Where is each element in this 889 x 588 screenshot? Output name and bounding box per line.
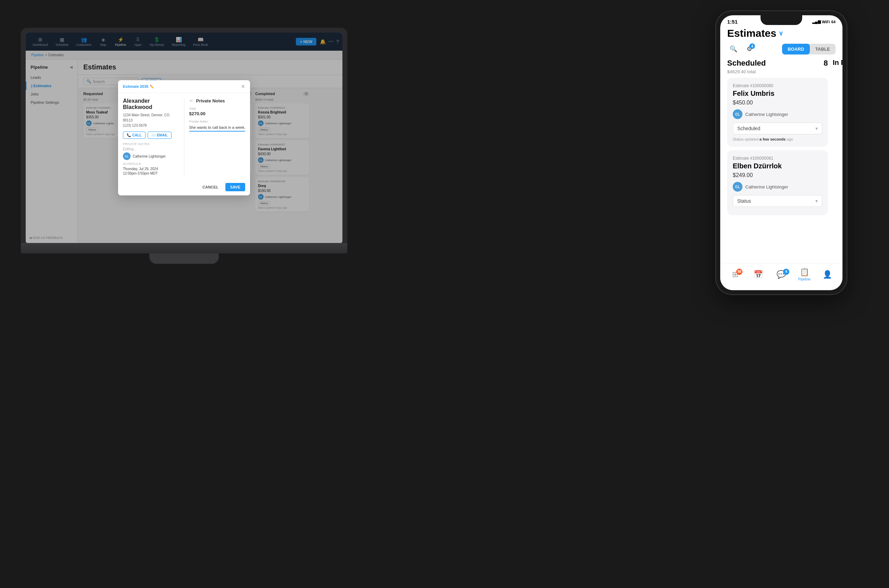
modal-save-button[interactable]: SAVE	[225, 183, 245, 191]
wifi-icon: WiFi	[822, 20, 830, 24]
modal-estimate-text: Estimate 2035	[123, 84, 148, 88]
phone-app-header: Estimates ∨	[720, 25, 842, 43]
phone-filter-button[interactable]: ⚙ 4	[743, 43, 755, 55]
modal-title-bar: Estimate 2035 ✏️ ✕	[118, 80, 250, 93]
modal-total-amount: $270.00	[189, 111, 246, 116]
phone-card-amount: $249.00	[733, 172, 822, 178]
modal-editing-status: Editing...	[123, 147, 179, 151]
back-arrow-icon[interactable]: ←	[189, 98, 194, 104]
email-label: EMAIL	[157, 133, 168, 137]
modal-schedule-date: Thursday, Jul 29, 2024	[123, 167, 179, 171]
modal-body: Alexander Blackwood 1234 Main Street, De…	[118, 93, 250, 180]
modal-note-label: Private Notes	[189, 120, 246, 123]
profile-icon: 👤	[823, 270, 832, 279]
modal-total-label: Total	[189, 107, 246, 110]
laptop-base	[21, 243, 347, 254]
pipeline-nav-icon: 📋	[800, 268, 809, 277]
modal-email-button[interactable]: ✉️ EMAIL	[147, 132, 171, 139]
phone-nav-item-messages[interactable]: 💬 4	[773, 270, 790, 279]
phone-status-chevron: ▾	[815, 126, 818, 131]
phone-nav-badge-messages: 4	[783, 268, 789, 275]
modal-action-buttons: 📞 CALL ✉️ EMAIL	[123, 132, 179, 139]
phone-card-num: Estimate #100000061	[733, 156, 822, 161]
modal-note-input[interactable]	[189, 124, 246, 132]
modal-schedule-time: 12:00pm-3:50pm MDT	[123, 171, 179, 175]
phone-board-toggle[interactable]: BOARD	[782, 44, 810, 54]
phone-nav-item-calendar[interactable]: 📅	[750, 270, 767, 279]
phone-nav-item-pipeline[interactable]: 📋 Pipeline	[796, 268, 813, 281]
modal-right-title: Private Notes	[196, 98, 225, 104]
laptop-stand	[149, 254, 219, 264]
estimate-modal: Estimate 2035 ✏️ ✕ Alexander Blackwood 1…	[118, 80, 250, 195]
modal-address: 1234 Main Street, Denver, CO 80113 (123)…	[123, 112, 179, 128]
phone-nav-badge-grid: 88	[736, 268, 742, 275]
modal-schedule-label: Schedule	[123, 162, 179, 166]
phone-kanban-board: Scheduled 8 $4629.40 total Estimate #100…	[720, 58, 842, 222]
phone-title-chevron[interactable]: ∨	[779, 30, 783, 37]
phone-card-assignee: Catherine Lightsinger	[745, 112, 788, 117]
phone-card-avatar: CL	[733, 182, 742, 192]
phone-card-name: Elben Dzürrlok	[733, 162, 822, 170]
modal-schedule-section: Schedule Thursday, Jul 29, 2024 12:00pm-…	[123, 162, 179, 175]
phone-col-header-scheduled: Scheduled 8	[727, 58, 828, 68]
modal-overlay[interactable]: Estimate 2035 ✏️ ✕ Alexander Blackwood 1…	[26, 33, 342, 243]
phone-toolbar: 🔍 ⚙ 4 BOARD TABLE	[720, 43, 842, 58]
phone-frame: 1:51 ▂▄▆ WiFi 64 Estimates ∨ 🔍	[715, 10, 847, 295]
phone-col-title-inprogress-partial: In P	[833, 58, 842, 67]
phone-card-num: Estimate #100000060	[733, 83, 822, 88]
call-label: CALL	[132, 133, 142, 137]
battery-icon: 64	[831, 20, 835, 24]
phone-search-button[interactable]: 🔍	[727, 43, 740, 55]
phone-col-title-scheduled: Scheduled	[727, 58, 766, 68]
phone-nav-label-pipeline: Pipeline	[798, 278, 811, 281]
phone-card-avatar-row: CL Catherine Lightsinger	[733, 182, 822, 192]
modal-address-line1: 1234 Main Street, Denver, CO 80113	[123, 112, 179, 123]
phone-card-amount: $450.00	[733, 100, 822, 106]
modal-left-panel: Alexander Blackwood 1234 Main Street, De…	[123, 98, 179, 175]
phone-card-assignee: Catherine Lightsinger	[745, 184, 788, 189]
search-icon: 🔍	[730, 45, 737, 53]
email-icon: ✉️	[152, 133, 156, 137]
laptop-device: ⊞ Dashboard ▦ Schedule 👥 Customers ◈ Map	[21, 28, 347, 264]
phone-kanban-card[interactable]: Estimate #100000060 Felix Umbris $450.00…	[727, 78, 828, 147]
phone-col-count-scheduled: 8	[824, 58, 828, 68]
modal-call-button[interactable]: 📞 CALL	[123, 132, 146, 139]
phone-nav-item-grid[interactable]: ⊞ 88	[727, 270, 744, 279]
laptop-screen: ⊞ Dashboard ▦ Schedule 👥 Customers ◈ Map	[26, 33, 342, 243]
phone-app-title: Estimates ∨	[727, 27, 783, 39]
phone-col-scheduled: Scheduled 8 $4629.40 total Estimate #100…	[727, 58, 828, 219]
phone-filter-badge: 4	[749, 44, 755, 49]
phone-status-select[interactable]: Status ▾	[733, 195, 822, 207]
modal-close-button[interactable]: ✕	[241, 84, 245, 89]
phone-status-text: Scheduled	[737, 126, 760, 131]
phone-time: 1:51	[727, 19, 737, 25]
modal-estimate-label: Estimate 2035 ✏️	[123, 84, 154, 88]
phone-table-toggle[interactable]: TABLE	[810, 44, 835, 54]
phone-view-toggle: BOARD TABLE	[782, 44, 835, 54]
modal-customer-name: Alexander Blackwood	[123, 98, 179, 110]
phone-status-icons: ▂▄▆ WiFi 64	[812, 20, 835, 24]
phone-card-name: Felix Umbris	[733, 90, 822, 98]
modal-footer-buttons: CANCEL SAVE	[118, 180, 250, 195]
phone-title-text: Estimates	[727, 27, 776, 39]
phone-kanban-card[interactable]: Estimate #100000061 Elben Dzürrlok $249.…	[727, 150, 828, 215]
phone-icon: 📞	[127, 133, 131, 137]
phone-card-avatar: CL	[733, 110, 742, 119]
edit-icon[interactable]: ✏️	[150, 85, 154, 88]
phone-device: 1:51 ▂▄▆ WiFi 64 Estimates ∨ 🔍	[715, 10, 847, 295]
modal-avatar: CL	[123, 152, 131, 160]
phone-card-avatar-row: CL Catherine Lightsinger	[733, 110, 822, 119]
phone-status-select[interactable]: Scheduled ▾	[733, 123, 822, 134]
modal-right-header: ← Private Notes	[189, 98, 246, 104]
calendar-icon: 📅	[754, 270, 763, 279]
modal-phone: (123) 123-5678	[123, 123, 179, 128]
phone-col-inprogress-partial: In P	[833, 58, 842, 219]
modal-cancel-button[interactable]: CANCEL	[198, 183, 223, 191]
modal-assignee-name: Catherine Lightsinger	[133, 154, 166, 158]
modal-right-panel: ← Private Notes Total $270.00 Private No…	[184, 98, 246, 175]
phone-status-text: Status	[737, 198, 751, 204]
phone-screen: 1:51 ▂▄▆ WiFi 64 Estimates ∨ 🔍	[720, 15, 842, 290]
phone-card-updated-bold: a few seconds	[760, 137, 785, 141]
phone-nav-item-profile[interactable]: 👤	[819, 270, 836, 279]
modal-avatar-row: CL Catherine Lightsinger	[123, 152, 179, 160]
